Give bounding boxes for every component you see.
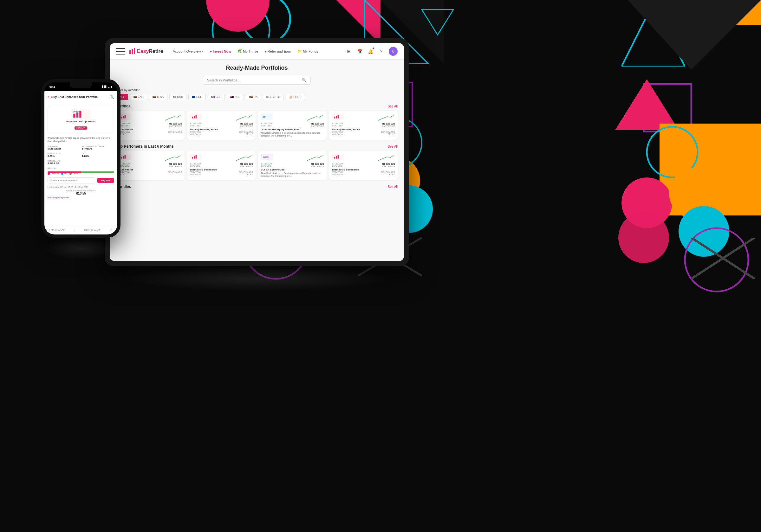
brand-logo: EasyAsset Mgmt [119,113,131,120]
phone-search-icon[interactable]: 🔍 [110,95,114,99]
nav-refer[interactable]: ♥ Refer and Earn [264,49,291,53]
bundle-ref-value: R13.55 [48,192,114,195]
brand-logo: ALLAN GRAY [261,113,273,120]
back-button[interactable]: ‹ [48,95,49,99]
filter-crypto[interactable]: ₿ CRYPTO [263,94,284,100]
performers-grid: ▲ 123.02% 1 MO CHG R1 622 029 LAST PRICE… [116,151,398,180]
search-icon[interactable]: 🔍 [302,78,307,82]
svg-text:ALLAN: ALLAN [263,116,266,117]
portfolio-card[interactable]: ▲ 123.02% 1 MO CHG R1 622 029 LAST PRICE… [187,151,256,180]
brand-logo [190,113,202,120]
fund-description: This bundle aims for high capital growth… [48,136,114,143]
svg-rect-37 [334,117,335,119]
svg-rect-49 [338,155,339,159]
performers-see-all[interactable]: See All [388,145,398,148]
svg-line-22 [691,238,755,279]
portfolio-card[interactable]: ▲ 123.02% 1 MO CHG R1 622 029 LAST PRICE… [329,151,398,180]
svg-rect-32 [192,117,193,119]
region-label: REGION [48,167,114,170]
svg-rect-19 [644,84,691,132]
tab-1mo-change[interactable]: 1 MO CHANGE [49,229,65,231]
last-updated: Last Updated Price: 12:58 - 21 Sept 2021 [48,186,114,188]
page-title: Ready-Made Portfolios [116,65,398,71]
phone-bottom-bar: 1 MO CHANGE | DAILY CHANGE ⤢ [44,226,117,235]
svg-rect-29 [125,115,126,118]
filter-tfsa[interactable]: 🇿🇦 TFSA [149,94,167,100]
filter-eur[interactable]: 🇪🇺 EUR [188,94,206,100]
svg-rect-38 [336,116,337,118]
svg-text:GRAY: GRAY [263,117,265,118]
search-input[interactable] [207,78,302,82]
bundle-fee-value: 0.75% [48,155,80,157]
portfolio-card[interactable]: EasyAsset Mgmt ▲ 123.02% [116,111,185,140]
filter-aus[interactable]: 🇦🇺 AUS [227,94,244,100]
svg-point-21 [685,228,748,292]
svg-rect-43 [192,157,193,159]
svg-rect-24 [129,50,131,54]
filter-ra[interactable]: 🇿🇦 RA [246,94,261,100]
portfolio-card[interactable]: ▲ 123.02% 1 MO CHG R1 622 029 LAST PRICE… [187,111,256,140]
svg-text:EasyAsset: EasyAsset [73,111,80,112]
svg-rect-34 [196,115,197,118]
listings-grid: EasyAsset Mgmt ▲ 123.02% [116,111,398,140]
nav-my-funds[interactable]: 📁 My Funds [297,49,318,53]
tab-daily-change[interactable]: DAILY CHANGE [84,229,100,231]
filter-prop[interactable]: 🏠 PROP [286,94,305,100]
svg-rect-42 [125,155,126,159]
logo-text: EasyRetire [137,48,163,54]
legend-us: US [64,173,67,175]
menu-button[interactable] [116,48,125,55]
nav-my-thrive[interactable]: 🌿 My Thrive [238,49,258,53]
svg-rect-50 [73,114,75,118]
user-avatar[interactable]: U [389,47,398,56]
phone-notch [70,82,92,88]
svg-line-23 [691,238,755,279]
battery-icon: ▮ [111,85,112,88]
bundles-see-all[interactable]: See All [388,185,398,188]
buy-now-button[interactable]: Buy Now [97,178,114,183]
bundle-ref-section: BUNDLE REFERENCE PRICE R13.55 [48,189,114,195]
svg-rect-48 [336,156,337,158]
fund-logo: EasyAsset Mgmt [71,109,90,119]
brand-logo [332,154,344,160]
svg-rect-51 [76,113,78,118]
brand-logo [119,154,131,160]
nav-account-overview[interactable]: Account Overview ▾ [173,49,204,53]
risk-number-input[interactable] [48,178,95,184]
region-legend: Domestic US China [48,173,114,175]
apps-icon[interactable]: ⊞ [346,48,352,55]
help-icon[interactable]: ? [378,48,384,55]
fund-name: Enhanced USD portfolio [51,120,111,123]
svg-text:Mgmt: Mgmt [73,113,76,114]
eac-value: 1.28% [82,155,114,157]
portfolio-card[interactable]: 36ONE ▲ 123.02% 1 MO CHG [258,151,326,180]
nav-invest-now[interactable]: ♥ Invest Now [209,49,231,53]
filter-zar[interactable]: 🇿🇦 ZAR [130,94,147,100]
svg-rect-25 [132,49,133,54]
svg-rect-39 [338,115,339,118]
brand-logo [190,154,202,160]
expand-icon[interactable]: ⤢ [110,229,113,232]
tablet-device: EasyRetire Account Overview ▾ ♥ Invest N… [105,38,409,266]
pricing-link[interactable]: How the pricing works [48,196,114,199]
phone-page-title: Buy EAM Enhanced USD Portfolio [51,95,108,98]
portfolio-card[interactable]: ALLAN GRAY ▲ 123.02% [258,111,326,140]
svg-rect-47 [334,157,335,159]
filter-usd[interactable]: 🇺🇸 USD [169,94,187,100]
rec-term-value: 5+ years [82,147,114,150]
svg-rect-26 [134,48,135,54]
portfolio-card[interactable]: ▲ 123.02% 1 MO CHG R1 622 029 LAST PRICE… [329,111,398,140]
svg-point-18 [243,0,290,43]
benchmark-value: ASISA SA [48,162,80,165]
calendar-icon[interactable]: 📅 [356,48,363,55]
svg-text:36ONE: 36ONE [263,156,269,158]
filter-gbp[interactable]: 🇬🇧 GBP [208,94,225,100]
svg-rect-41 [123,156,124,158]
svg-rect-33 [194,116,195,118]
listings-see-all[interactable]: See All [388,105,398,108]
brand-logo: 36ONE [261,154,273,160]
portfolio-card[interactable]: ▲ 123.02% 1 MO CHG R1 622 029 LAST PRICE… [116,151,185,180]
svg-marker-17 [621,3,685,67]
phone-device: 9:41 ▋▋▋ ▲ ▮ ‹ Buy EAM Enhanced USD Port… [41,79,121,238]
search-bar: 🔍 [203,76,311,84]
